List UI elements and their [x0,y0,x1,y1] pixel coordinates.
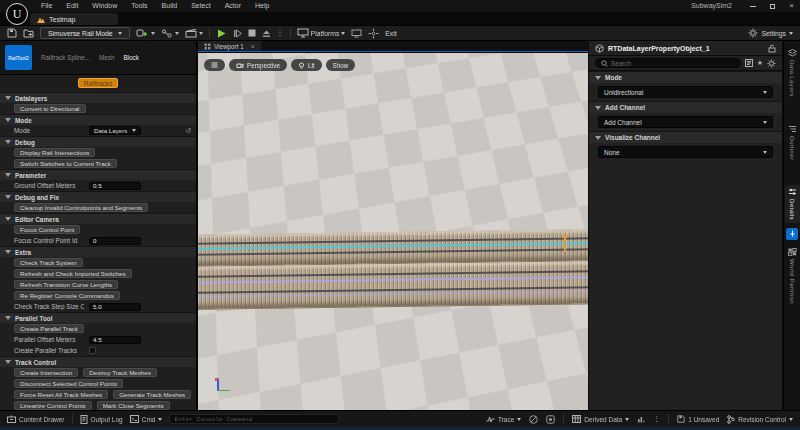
tab-outliner[interactable]: Outliner [788,122,797,163]
menu-tools[interactable]: Tools [124,0,154,12]
derived-data-dropdown[interactable]: Derived Data [572,415,629,423]
railway-tracks[interactable] [198,229,588,310]
railtracks-badge[interactable]: Railtracks [78,78,119,88]
check-track-system-button[interactable]: Check Track System [14,258,83,267]
play-icon[interactable] [216,28,227,39]
teleport-crosshair-icon[interactable] [368,28,379,39]
search-input[interactable] [611,60,735,67]
editor-mode-dropdown[interactable]: Simuverse Rail Mode [40,27,130,39]
cmd-dropdown[interactable]: Cmd [130,415,163,423]
focus-control-point-id-field[interactable] [89,237,141,245]
re-register-console-commandos-button[interactable]: Re Register Console Commandos [14,291,120,300]
maximize-icon[interactable] [770,4,775,9]
level-tab-testmap[interactable]: Testmap [30,13,118,25]
section-debug[interactable]: Debug [0,136,196,147]
tab-data-layers[interactable]: Data Layers [788,46,797,100]
settings-button[interactable]: Settings [748,28,793,38]
platforms-button[interactable]: Platforms [297,28,346,38]
close-window-icon[interactable]: × [789,2,794,10]
revision-control-dropdown[interactable]: Revision Control [727,415,793,424]
content-browser-icon[interactable] [23,28,34,38]
create-intersection-button[interactable]: Create Intersection [14,368,78,377]
display-filter-icon[interactable] [745,59,753,67]
add-channel-select[interactable]: Add Channel [598,116,773,128]
mode-dropdown[interactable]: Data Layers [89,126,141,135]
destroy-track-meshes-button[interactable]: Destroy Track Meshes [83,368,157,377]
resource-usage-icon[interactable] [637,415,645,423]
create-parallel-track-button[interactable]: Create Parallel Track [14,324,84,333]
search-box[interactable] [595,58,741,68]
create-parallel-tracks-checkbox[interactable] [89,347,96,354]
show-dropdown[interactable]: Show [326,59,356,71]
stats-icon[interactable] [529,415,538,424]
skip-frame-icon[interactable] [233,29,242,38]
mode-select[interactable]: Unidirectional [598,86,773,98]
cinematics-icon[interactable] [185,28,203,39]
menu-help[interactable]: Help [248,0,276,12]
menu-file[interactable]: File [34,0,59,12]
menu-window[interactable]: Window [85,0,124,12]
section-editor-camera[interactable]: Editor Camera [0,213,196,224]
track-signal-marker[interactable] [564,235,566,252]
visualize-channel-select[interactable]: None [598,146,773,158]
perspective-dropdown[interactable]: Perspective [229,59,287,71]
tab-railtool[interactable]: RailTool2 [5,45,32,70]
check-track-step-size-field[interactable] [89,303,141,311]
unsaved-button[interactable]: 1 Unsaved [677,415,719,423]
section-mode[interactable]: Mode [589,71,782,83]
reset-to-default-icon[interactable]: ↺ [185,127,191,134]
active-panel-pin-icon[interactable] [786,228,798,240]
menu-build[interactable]: Build [155,0,185,12]
menu-edit[interactable]: Edit [59,0,85,12]
section-parameter[interactable]: Parameter [0,169,196,180]
save-icon[interactable] [7,28,17,38]
tab-mesh[interactable]: Mesh [99,54,114,61]
unreal-engine-logo-icon[interactable]: U [6,3,28,25]
tab-world-partition[interactable]: World Partition [788,245,797,307]
tab-railtrack-spline[interactable]: Railtrack Spline... [41,54,90,61]
tab-block[interactable]: Block [123,54,138,61]
menu-select[interactable]: Select [184,0,217,12]
trace-dropdown[interactable]: Trace [486,415,521,423]
force-reset-all-track-meshes-button[interactable]: Force Reset All Track Meshes [14,390,108,399]
tab-details[interactable]: Details [785,185,800,223]
favorites-star-icon[interactable]: ★ [757,59,763,67]
refresh-imported-switches-button[interactable]: Refresh and Check Imported Switches [14,269,132,278]
eject-icon[interactable] [262,29,271,38]
lit-dropdown[interactable]: Lit [291,59,322,71]
linearize-control-points-button[interactable]: Linearize Control Points [14,401,92,410]
viewport-options-button[interactable] [204,59,225,71]
snapshot-icon[interactable] [546,415,555,424]
blueprints-icon[interactable] [161,28,179,39]
viewport-canvas[interactable]: Perspective Lit Show [198,53,588,410]
section-mode[interactable]: Mode [0,114,196,125]
refresh-transition-curve-button[interactable]: Refresh Transition Curve Lengths [14,280,118,289]
simulate-screen-icon[interactable] [351,29,362,38]
details-settings-gear-icon[interactable] [767,59,776,68]
convert-to-directional-button[interactable]: Convert to Directional [14,104,86,113]
generate-track-meshes-button[interactable]: Generate Track Meshes [113,390,191,399]
menu-actor[interactable]: Actor [218,0,248,12]
section-extra[interactable]: Extra [0,246,196,257]
output-log-button[interactable]: Output Log [80,415,123,424]
section-visualize-channel[interactable]: Visualize Channel [589,131,782,143]
parallel-offset-field[interactable] [89,336,141,344]
exit-button[interactable]: Exit [385,30,396,37]
section-add-channel[interactable]: Add Channel [589,101,782,113]
section-debug-and-fix[interactable]: Debug and Fix [0,191,196,202]
minimize-icon[interactable] [750,6,756,7]
console-command-input[interactable] [169,414,339,424]
play-options-kebab-icon[interactable]: ⋮ [277,29,284,37]
section-track-control[interactable]: Track Control [0,356,196,367]
display-rail-intersections-button[interactable]: Display Rail Intersections [14,148,95,157]
cleanup-invalid-button[interactable]: Cleanup Invalid Controlpoints and Segmen… [14,203,148,212]
content-drawer-button[interactable]: Content Drawer [7,415,65,423]
more-options-kebab-icon[interactable]: ⋮ [653,415,660,423]
lock-icon[interactable] [768,44,776,53]
switch-switches-button[interactable]: Switch Switches to Current Track [14,159,117,168]
mark-close-segments-button[interactable]: Mark Close Segments [97,401,170,410]
section-datalayers[interactable]: Datalayers [0,92,196,103]
stop-icon[interactable] [248,29,256,37]
focus-control-point-button[interactable]: Focus Control Point [14,225,80,234]
disconnect-selected-control-points-button[interactable]: Disconnect Selected Control Points [14,379,123,388]
